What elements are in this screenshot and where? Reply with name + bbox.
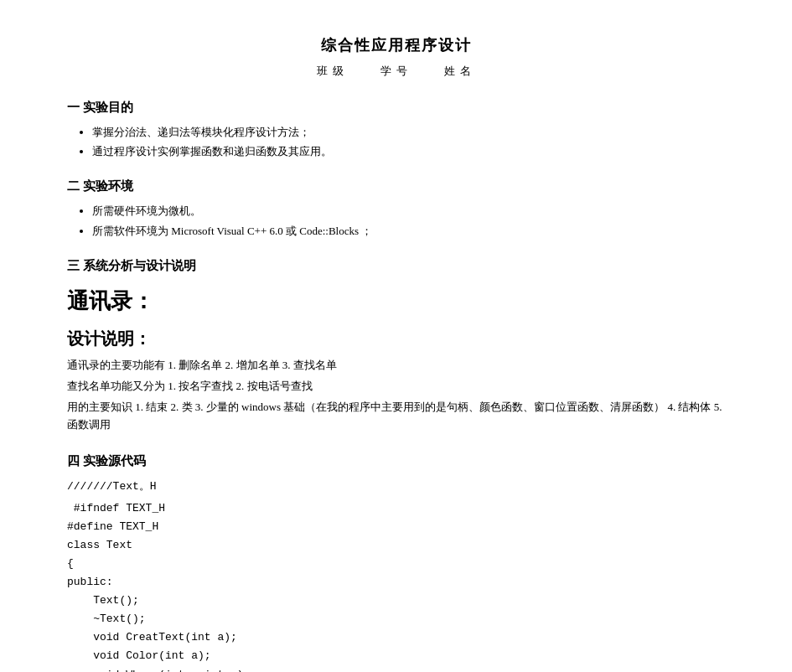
code-file-header: ///////Text。H xyxy=(67,478,725,496)
section-1-bullets: 掌握分治法、递归法等模块化程序设计方法； 通过程序设计实例掌握函数和递归函数及其… xyxy=(92,124,725,162)
section-1-heading: 一 实验目的 xyxy=(67,97,725,117)
body-text-line-2: 查找名单功能又分为 1. 按名字查找 2. 按电话号查找 xyxy=(67,378,725,395)
section-2-heading: 二 实验环境 xyxy=(67,176,725,196)
body-text-line-1: 通讯录的主要功能有 1. 删除名单 2. 增加名单 3. 查找名单 xyxy=(67,357,725,375)
bullet-item: 通过程序设计实例掌握函数和递归函数及其应用。 xyxy=(92,143,725,161)
code-line-11: void Color(int a); xyxy=(67,647,725,665)
code-line-4: { xyxy=(67,555,725,573)
code-line-1: #define TEXT_H xyxy=(67,518,725,536)
bullet-item: 所需软件环境为 Microsoft Visual C++ 6.0 或 Code:… xyxy=(92,223,725,240)
large-heading: 通讯录： xyxy=(67,284,725,319)
medium-heading: 设计说明： xyxy=(67,325,725,352)
bullet-item: 掌握分治法、递归法等模块化程序设计方法； xyxy=(92,124,725,142)
code-line-6: Text(); xyxy=(67,592,725,610)
code-line-9: void CreatText(int a); xyxy=(67,628,725,647)
code-line-3: class Text xyxy=(67,536,725,555)
page-title: 综合性应用程序设计 xyxy=(67,34,725,58)
section-2-bullets: 所需硬件环境为微机。 所需软件环境为 Microsoft Visual C++ … xyxy=(92,203,725,240)
section-4-heading: 四 实验源代码 xyxy=(67,451,725,471)
section-3-heading: 三 系统分析与设计说明 xyxy=(67,256,725,276)
code-line-13: void Where(int x,int y); xyxy=(67,666,725,673)
code-line-7: ~Text(); xyxy=(67,610,725,628)
body-text-line-3: 用的主要知识 1. 结束 2. 类 3. 少量的 windows 基础（在我的程… xyxy=(67,399,725,434)
code-line-0: #ifndef TEXT_H xyxy=(67,499,725,518)
subtitle-row: 班级 学号 姓名 xyxy=(67,63,725,80)
code-block: #ifndef TEXT_H #define TEXT_H class Text… xyxy=(67,499,725,672)
code-line-5: public: xyxy=(67,573,725,592)
bullet-item: 所需硬件环境为微机。 xyxy=(92,203,725,220)
